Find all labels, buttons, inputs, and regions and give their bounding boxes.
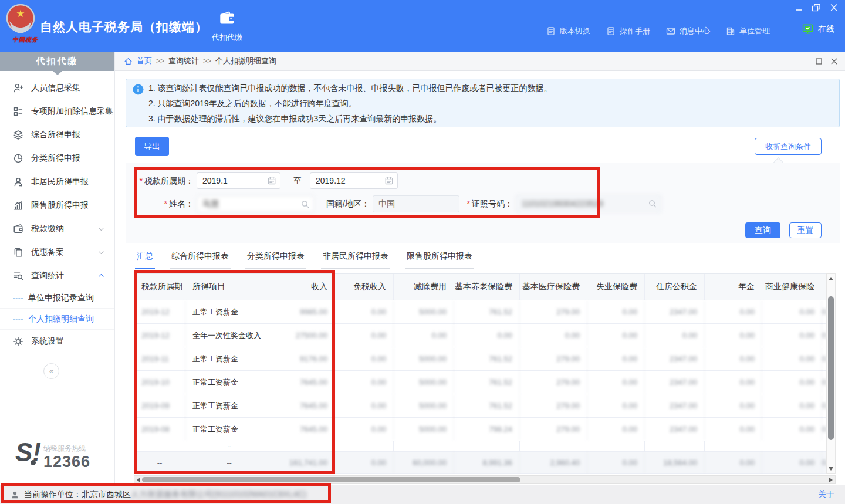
cell: 2347.00 xyxy=(645,347,705,370)
cell xyxy=(587,441,645,451)
id-number-label: *证照号码： xyxy=(454,195,513,212)
cell: 0.00 xyxy=(705,418,762,441)
cell: 279.00 xyxy=(520,347,587,370)
about-link[interactable]: 关于 xyxy=(818,489,834,500)
cell: 0.00 xyxy=(762,394,822,417)
close-pane-icon[interactable] xyxy=(830,57,838,65)
cell: 0.00 xyxy=(762,347,822,370)
tab-summary[interactable]: 汇总 xyxy=(135,251,155,269)
breadcrumb-home[interactable]: 首页 xyxy=(137,56,152,66)
cell: 0.00 xyxy=(394,324,454,347)
period-to-field xyxy=(310,172,398,189)
cell: 2347.00 xyxy=(645,418,705,441)
calendar-icon[interactable] xyxy=(384,176,394,185)
required-asterisk: * xyxy=(164,199,167,208)
wallet-outline-icon xyxy=(13,224,23,234)
online-status[interactable]: 在线 xyxy=(802,23,834,35)
vertical-scroll-thumb[interactable] xyxy=(828,296,834,440)
table-row: 2019-10正常工资薪金7645.000.005000.00761.52279… xyxy=(134,371,826,394)
calendar-icon[interactable] xyxy=(267,176,276,185)
sidebar-item-nonresident-income[interactable]: 非居民所得申报 xyxy=(0,170,114,194)
minimize-icon[interactable] xyxy=(793,4,804,12)
range-separator: 至 xyxy=(292,172,303,189)
search-icon[interactable] xyxy=(300,199,310,209)
name-input[interactable] xyxy=(197,195,314,212)
module-tab-withholding[interactable]: 代扣代缴 xyxy=(204,9,250,43)
horizontal-scrollbar[interactable] xyxy=(134,475,836,484)
cell: 0.00 xyxy=(705,347,762,370)
sidebar-item-label: 优惠备案 xyxy=(31,247,97,258)
home-icon xyxy=(124,57,133,66)
nav-item-manual[interactable]: 操作手册 xyxy=(606,26,650,36)
scroll-right-arrow[interactable] xyxy=(829,478,833,482)
scroll-left-arrow[interactable] xyxy=(137,478,140,482)
summary-cell: 0.00 xyxy=(762,452,822,473)
wallet-icon xyxy=(218,9,236,26)
hotline-logo-icon: S! xyxy=(13,440,40,474)
cell: 全年一次性奖金收入 xyxy=(185,324,273,347)
nationality-field xyxy=(373,195,459,212)
checklist-icon xyxy=(13,106,23,117)
sidebar-item-label: 综合所得申报 xyxy=(31,130,105,140)
search-button[interactable]: 查询 xyxy=(745,222,780,238)
export-button[interactable]: 导出 xyxy=(135,137,169,156)
gear-icon xyxy=(13,336,23,347)
nav-item-org-management[interactable]: 单位管理 xyxy=(726,26,770,36)
close-icon[interactable] xyxy=(829,4,839,12)
cell: 0.00 xyxy=(822,418,826,441)
sidebar-item-unit-report-query[interactable]: 单位申报记录查询 xyxy=(0,287,114,309)
sidebar-collapse-button[interactable]: « xyxy=(43,363,59,379)
sidebar-item-personnel-info[interactable]: 人员信息采集 xyxy=(0,76,114,100)
sidebar-item-restricted-shares[interactable]: 限售股所得申报 xyxy=(0,194,114,217)
sidebar-item-preferential-filing[interactable]: 优惠备案 xyxy=(0,241,114,264)
nationality-input[interactable] xyxy=(373,195,459,212)
column-header-7: 失业保险费 xyxy=(587,274,645,300)
reset-button[interactable]: 重置 xyxy=(789,222,822,238)
module-tab-label: 代扣代缴 xyxy=(204,32,250,43)
building-icon xyxy=(726,26,735,36)
sidebar-item-system-settings[interactable]: 系统设置 xyxy=(0,330,114,353)
required-asterisk: * xyxy=(140,176,143,185)
cell xyxy=(335,441,394,451)
summary-cell: 0.00 xyxy=(822,452,826,473)
column-header-11: 税 xyxy=(822,274,826,300)
sidebar-item-personal-detail-query[interactable]: 个人扣缴明细查询 xyxy=(0,309,114,330)
tab-restricted[interactable]: 限售股所得申报表 xyxy=(405,251,474,269)
restore-icon[interactable] xyxy=(811,4,822,12)
cell xyxy=(822,441,826,451)
tab-classified[interactable]: 分类所得申报表 xyxy=(245,251,306,269)
window-controls xyxy=(793,4,839,12)
sidebar-item-tax-payment[interactable]: 税款缴纳 xyxy=(0,217,114,241)
nav-item-version-switch[interactable]: 版本切换 xyxy=(546,26,590,36)
cell: 5000.00 xyxy=(394,371,454,394)
cell: 0.00 xyxy=(705,371,762,394)
search-list-icon xyxy=(13,270,23,281)
sidebar-item-label: 系统设置 xyxy=(31,336,105,347)
sidebar-item-label: 分类所得申报 xyxy=(31,153,105,164)
summary-cell: 0.00 xyxy=(335,452,394,473)
scroll-down-arrow[interactable] xyxy=(829,467,833,471)
search-icon[interactable] xyxy=(648,199,657,208)
query-panel: *税款所属期： 至 *姓名： 国籍/地区： *证 xyxy=(126,163,840,243)
sidebar-item-special-deduction[interactable]: 专项附加扣除信息采集 xyxy=(0,100,114,123)
maximize-icon[interactable] xyxy=(815,57,823,65)
vertical-scrollbar[interactable] xyxy=(826,273,836,474)
pane-controls xyxy=(815,52,838,71)
tab-nonresident[interactable]: 非居民所得申报表 xyxy=(321,251,390,269)
online-label: 在线 xyxy=(818,24,834,35)
mail-icon xyxy=(666,26,675,36)
horizontal-scroll-thumb[interactable] xyxy=(142,477,520,482)
column-header-6: 基本医疗保险费 xyxy=(520,274,587,300)
sidebar-item-comprehensive-income[interactable]: 综合所得申报 xyxy=(0,123,114,147)
sidebar-item-query-statistics[interactable]: 查询统计 xyxy=(0,264,114,287)
nav-item-message-center[interactable]: 消息中心 xyxy=(666,26,710,36)
collapse-query-button[interactable]: 收折查询条件 xyxy=(755,138,822,155)
sidebar-item-classified-income[interactable]: 分类所得申报 xyxy=(0,147,114,170)
tab-comprehensive[interactable]: 综合所得申报表 xyxy=(170,251,231,269)
cell: 正常工资薪金 xyxy=(185,300,273,323)
id-number-input[interactable] xyxy=(516,195,661,212)
summary-cell: -- xyxy=(185,452,273,473)
scroll-up-arrow[interactable] xyxy=(829,277,833,280)
tab-label: 限售股所得申报表 xyxy=(407,251,472,261)
cell: 761.52 xyxy=(454,394,520,417)
